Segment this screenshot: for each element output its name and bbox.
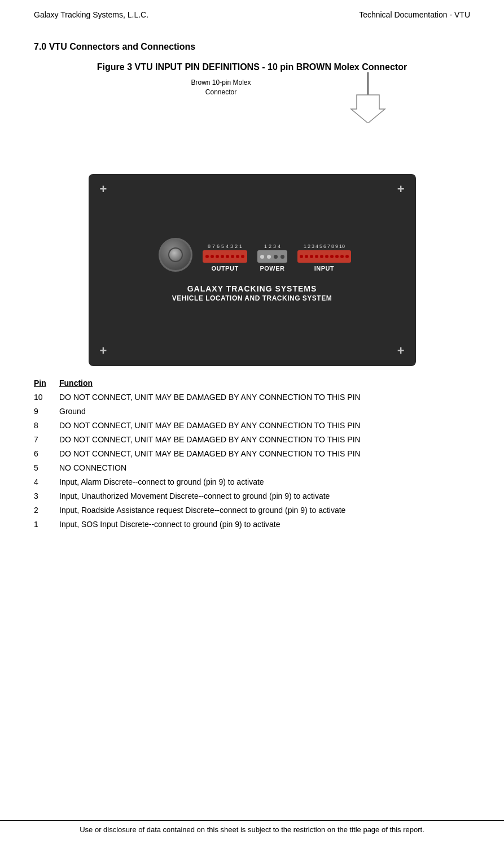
pin-function: Input, SOS Input Discrete--connect to gr… — [59, 517, 470, 532]
pin-number: 10 — [34, 390, 59, 404]
plus-tr: + — [397, 182, 405, 197]
pin-column-header: Pin — [34, 376, 59, 390]
connectors-row: 87654321 OUTPUT 1234 — [153, 238, 351, 272]
device-body: + + + + 87654321 — [89, 174, 416, 366]
table-row: 6DO NOT CONNECT, UNIT MAY BE DAMAGED BY … — [34, 447, 470, 461]
round-connector — [159, 238, 192, 272]
figure-container: Brown 10-pin Molex Connector + + — [34, 78, 470, 366]
table-row: 9Ground — [34, 404, 470, 419]
pin-number: 9 — [34, 404, 59, 419]
output-label: OUTPUT — [211, 265, 238, 272]
pin-number: 5 — [34, 461, 59, 475]
svg-marker-1 — [351, 95, 385, 123]
function-column-header: Function — [59, 376, 470, 390]
pin-function: NO CONNECTION — [59, 461, 470, 475]
connector-label: Brown 10-pin Molex Connector — [185, 78, 258, 97]
arrow-indicator — [348, 72, 388, 125]
pin-function: Input, Unauthorized Movement Discrete--c… — [59, 489, 470, 503]
input-block: 12345678910 INPUT — [297, 243, 351, 272]
footer: Use or disclosure of data contained on t… — [0, 820, 504, 834]
input-connector — [297, 250, 351, 263]
pin-function: DO NOT CONNECT, UNIT MAY BE DAMAGED BY A… — [59, 447, 470, 461]
pin-function: Input, Alarm Discrete--connect to ground… — [59, 475, 470, 489]
brand-line1: GALAXY TRACKING SYSTEMS — [172, 284, 332, 293]
table-row: 4Input, Alarm Discrete--connect to groun… — [34, 475, 470, 489]
output-block: 87654321 OUTPUT — [203, 243, 247, 272]
pin-number: 6 — [34, 447, 59, 461]
brand-line2: VEHICLE LOCATION AND TRACKING SYSTEM — [172, 294, 332, 302]
pin-number: 7 — [34, 433, 59, 447]
header-right: Technical Documentation - VTU — [359, 10, 470, 19]
table-row: 10DO NOT CONNECT, UNIT MAY BE DAMAGED BY… — [34, 390, 470, 404]
brand-text: GALAXY TRACKING SYSTEMS VEHICLE LOCATION… — [172, 284, 332, 302]
plus-br: + — [397, 343, 405, 358]
pin-function: Ground — [59, 404, 470, 419]
table-row: 1Input, SOS Input Discrete--connect to g… — [34, 517, 470, 532]
pin-function: DO NOT CONNECT, UNIT MAY BE DAMAGED BY A… — [59, 433, 470, 447]
power-connector — [257, 250, 287, 263]
plus-bl: + — [100, 343, 107, 358]
output-connector — [203, 250, 247, 263]
pin-function: DO NOT CONNECT, UNIT MAY BE DAMAGED BY A… — [59, 419, 470, 433]
power-block: 1234 POWER — [257, 243, 287, 272]
table-row: 2Input, Roadside Assistance request Disc… — [34, 503, 470, 517]
round-connector-group — [153, 238, 192, 272]
plus-tl: + — [100, 182, 107, 197]
pin-table: Pin Function 10DO NOT CONNECT, UNIT MAY … — [34, 376, 470, 532]
pin-number: 4 — [34, 475, 59, 489]
table-row: 3Input, Unauthorized Movement Discrete--… — [34, 489, 470, 503]
footer-text: Use or disclosure of data contained on t… — [80, 825, 424, 834]
input-label: INPUT — [314, 265, 335, 272]
pin-number: 3 — [34, 489, 59, 503]
table-row: 8DO NOT CONNECT, UNIT MAY BE DAMAGED BY … — [34, 419, 470, 433]
input-pin-numbers: 12345678910 — [304, 243, 345, 249]
pin-function: Input, Roadside Assistance request Discr… — [59, 503, 470, 517]
header-left: Galaxy Tracking Systems, L.L.C. — [34, 10, 148, 19]
pin-function: DO NOT CONNECT, UNIT MAY BE DAMAGED BY A… — [59, 390, 470, 404]
pin-number: 1 — [34, 517, 59, 532]
output-pin-numbers: 87654321 — [208, 243, 242, 249]
pin-number: 8 — [34, 419, 59, 433]
table-row: 7DO NOT CONNECT, UNIT MAY BE DAMAGED BY … — [34, 433, 470, 447]
section-title: 7.0 VTU Connectors and Connections — [34, 42, 470, 52]
table-row: 5NO CONNECTION — [34, 461, 470, 475]
power-label: POWER — [260, 265, 284, 272]
power-pin-numbers: 1234 — [264, 243, 281, 249]
figure-title: Figure 3 VTU INPUT PIN DEFINITIONS - 10 … — [34, 62, 470, 72]
pin-number: 2 — [34, 503, 59, 517]
